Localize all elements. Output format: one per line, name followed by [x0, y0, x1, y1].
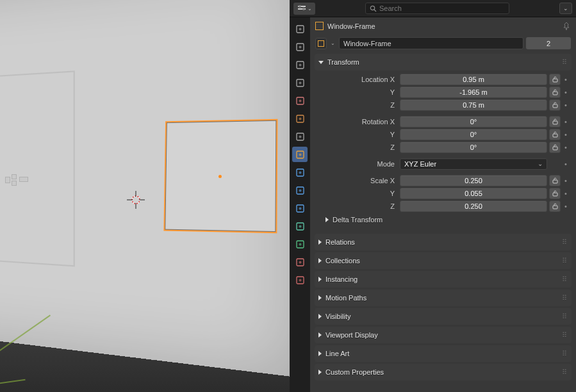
pin-icon[interactable]: [562, 22, 571, 31]
search-input[interactable]: Search: [365, 3, 509, 14]
svg-rect-48: [553, 180, 557, 183]
panel-header-motion-paths[interactable]: Motion Paths⠿: [315, 290, 572, 306]
panel-header-transform[interactable]: Transform ⠿: [315, 54, 572, 70]
number-field[interactable]: 0.250: [400, 175, 547, 186]
unlock-icon: [552, 144, 558, 151]
lock-button[interactable]: [549, 116, 561, 127]
tab-collection[interactable]: [292, 129, 308, 144]
number-field[interactable]: 0.75 m: [400, 99, 547, 111]
viewlayer-icon: [295, 78, 305, 88]
panel-grip-icon[interactable]: ⠿: [562, 350, 568, 358]
panel-grip-icon[interactable]: ⠿: [562, 331, 568, 339]
animate-property-button[interactable]: •: [563, 143, 568, 151]
selected-object-window-frame[interactable]: [163, 119, 277, 233]
animate-property-button[interactable]: •: [563, 202, 568, 210]
lock-button[interactable]: [549, 129, 561, 140]
properties-editor: ⌄ Search ⌄: [290, 0, 576, 392]
tab-data[interactable]: [292, 236, 308, 252]
number-field[interactable]: 0°: [400, 129, 547, 140]
tab-texture[interactable]: [292, 272, 308, 288]
panel-header-collections[interactable]: Collections⠿: [315, 252, 572, 269]
tab-particles[interactable]: [292, 183, 308, 198]
panel-grip-icon[interactable]: ⠿: [562, 275, 568, 284]
animate-property-button[interactable]: •: [563, 190, 568, 197]
panel-grip-icon[interactable]: ⠿: [562, 238, 568, 247]
panel-header-visibility[interactable]: Visibility⠿: [315, 308, 572, 325]
panel-title: Custom Properties: [325, 368, 384, 376]
subpanel-delta-transform[interactable]: Delta Transform: [318, 213, 568, 227]
panel-grip-icon[interactable]: ⠿: [562, 294, 568, 302]
tab-scene[interactable]: [292, 93, 308, 108]
animate-property-button[interactable]: •: [563, 160, 568, 168]
svg-point-37: [299, 243, 301, 245]
animate-property-button[interactable]: •: [563, 88, 568, 96]
panel-header-relations[interactable]: Relations⠿: [315, 234, 572, 250]
lock-button[interactable]: [549, 86, 561, 98]
panel-grip-icon[interactable]: ⠿: [562, 58, 568, 67]
tab-constraints[interactable]: [292, 218, 308, 234]
number-field[interactable]: 0°: [400, 116, 547, 127]
scene-door-handle: [5, 174, 31, 186]
number-field[interactable]: 0°: [400, 142, 547, 153]
tab-modifiers[interactable]: [292, 165, 308, 180]
lock-button[interactable]: [549, 99, 561, 111]
prop-label: Z: [318, 101, 400, 109]
chevron-down-icon: ⌄: [563, 5, 568, 12]
panel-grip-icon[interactable]: ⠿: [562, 368, 568, 377]
rotation-mode-dropdown[interactable]: XYZ Euler: [400, 158, 547, 170]
unlock-icon: [552, 118, 558, 125]
editor-type-dropdown[interactable]: ⌄: [293, 3, 315, 15]
animate-property-button[interactable]: •: [563, 101, 568, 109]
tab-object[interactable]: [292, 147, 308, 162]
lock-button[interactable]: [549, 74, 561, 85]
tab-world[interactable]: [292, 111, 308, 126]
number-field[interactable]: -1.965 m: [400, 86, 547, 98]
tab-output[interactable]: [292, 57, 308, 72]
object-name-field[interactable]: Window-Frame: [339, 37, 523, 49]
animate-property-button[interactable]: •: [563, 76, 568, 83]
number-field[interactable]: 0.250: [400, 200, 547, 212]
texture-icon: [295, 275, 305, 285]
svg-rect-49: [553, 193, 557, 196]
animate-property-button[interactable]: •: [563, 131, 568, 138]
breadcrumb-object-name: Window-Frame: [327, 22, 375, 30]
search-icon: [370, 5, 377, 12]
animate-property-button[interactable]: •: [563, 118, 568, 126]
datablock-icon-button[interactable]: [315, 38, 327, 49]
panel-grip-icon[interactable]: ⠿: [562, 313, 568, 321]
users-count[interactable]: 2: [526, 37, 571, 49]
lock-button[interactable]: [549, 188, 561, 199]
viewport-3d[interactable]: [0, 0, 290, 392]
panel-title: Relations: [325, 238, 355, 246]
world-icon: [295, 114, 305, 124]
prop-row: Y-1.965 m•: [318, 86, 568, 98]
prop-label: Mode: [318, 160, 400, 168]
panel-header-viewport-display[interactable]: Viewport Display⠿: [315, 327, 572, 343]
unlock-icon: [552, 131, 558, 138]
number-field[interactable]: 0.95 m: [400, 74, 547, 85]
tab-render[interactable]: [292, 39, 308, 54]
lock-button[interactable]: [549, 200, 561, 212]
tab-material[interactable]: [292, 254, 308, 270]
prop-label: Z: [318, 202, 400, 210]
panel-header-line-art[interactable]: Line Art⠿: [315, 345, 572, 362]
properties-header: ⌄ Search ⌄: [290, 0, 576, 17]
panel-grip-icon[interactable]: ⠿: [562, 257, 568, 265]
tab-viewlayer[interactable]: [292, 75, 308, 90]
lock-button[interactable]: [549, 142, 561, 153]
tab-tool[interactable]: [292, 21, 308, 37]
lock-button[interactable]: [549, 175, 561, 186]
options-dropdown[interactable]: ⌄: [559, 3, 572, 14]
svg-rect-43: [553, 92, 557, 95]
disclosure-right-icon: [318, 351, 322, 356]
prop-row: Z0°•: [318, 141, 568, 153]
panel-header-instancing[interactable]: Instancing⠿: [315, 271, 572, 288]
animate-property-button[interactable]: •: [563, 177, 568, 184]
unlock-icon: [552, 76, 558, 83]
svg-point-23: [299, 117, 301, 120]
number-field[interactable]: 0.055: [400, 188, 547, 199]
tab-physics[interactable]: [292, 200, 308, 216]
panel-header-custom-properties[interactable]: Custom Properties⠿: [315, 364, 572, 380]
panel-title: Motion Paths: [325, 294, 366, 302]
prop-row: Y0.055•: [318, 187, 568, 199]
